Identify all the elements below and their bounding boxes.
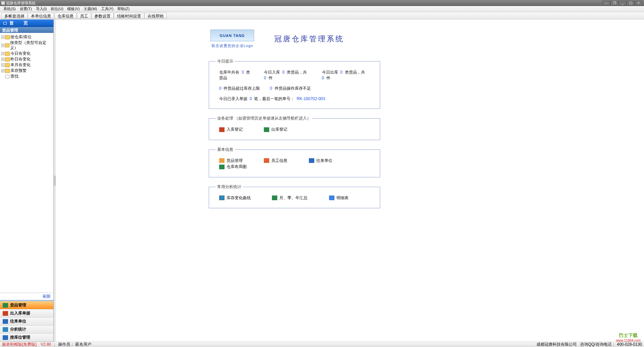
maximize-button[interactable]: ▢ bbox=[627, 1, 635, 5]
tree-label: 按仓库/库位 bbox=[10, 35, 32, 40]
btn-detail-table[interactable]: 明细表 bbox=[329, 195, 349, 201]
biz-label: 月、季、年汇总 bbox=[279, 195, 308, 201]
folder-icon bbox=[5, 63, 10, 67]
biz-label: 库存变化曲线 bbox=[227, 195, 251, 201]
splitter-handle-icon bbox=[54, 176, 55, 186]
refresh-link[interactable]: 刷新 bbox=[0, 293, 53, 301]
nav-group-stats[interactable]: 分析统计 bbox=[0, 326, 53, 334]
menu-tools[interactable]: 工具(Y) bbox=[99, 6, 116, 12]
nav-tree: +按仓库/库位 +按类型（类型可自定义） +今日有变化 +昨日有变化 +本月有变… bbox=[0, 33, 53, 293]
tip-text: 件货品超过库存上限 bbox=[224, 86, 260, 91]
folder-icon bbox=[5, 52, 10, 56]
expand-icon[interactable]: + bbox=[1, 52, 4, 55]
minimize-button-2[interactable]: _ bbox=[618, 1, 627, 5]
expand-icon[interactable]: + bbox=[1, 44, 4, 47]
legend-business: 业务处理 （如需管理历史单据请从左侧导航栏进入） bbox=[216, 116, 312, 121]
stats-icon bbox=[3, 327, 8, 332]
nav-group-goods[interactable]: 货品管理 bbox=[0, 301, 53, 309]
watermark-url: www.11684.com bbox=[616, 339, 641, 342]
legend-basic-info: 基本信息 bbox=[216, 147, 235, 153]
tree-item-search[interactable]: 查找 bbox=[1, 74, 53, 79]
menu-theme[interactable]: 主题(W) bbox=[82, 6, 99, 12]
home-tab-label: 首 页 bbox=[9, 20, 31, 26]
nav-group-partners[interactable]: 往来单位 bbox=[0, 317, 53, 326]
btn-stock-curve[interactable]: 库存变化曲线 bbox=[219, 195, 251, 201]
tip-last-order-number[interactable]: RK-160702-003 bbox=[297, 96, 325, 101]
staff-icon bbox=[264, 158, 269, 163]
expand-icon[interactable]: + bbox=[1, 36, 4, 39]
tip-value-shortage: 0 bbox=[270, 86, 272, 91]
btn-staff-info[interactable]: 员工信息 bbox=[264, 158, 287, 164]
btn-goods-manage[interactable]: 货品管理 bbox=[219, 158, 243, 164]
btn-period-summary[interactable]: 月、季、年汇总 bbox=[272, 195, 308, 201]
tip-value-total-types: 3 bbox=[242, 70, 244, 75]
fieldset-basic-info: 基本信息 货品管理 员工信息 往来单位 仓库布局图 bbox=[209, 147, 380, 177]
tab-home[interactable]: 首 页 bbox=[0, 19, 53, 27]
tip-text: 今日出库 bbox=[322, 70, 338, 75]
status-version: 服装鞋帽版[免费版] V2.80 bbox=[2, 342, 51, 347]
tree-item-stock-alert[interactable]: +库存预警 bbox=[1, 68, 53, 74]
legend-today-tips: 今日提示 bbox=[216, 58, 235, 64]
status-company: 成都冠唐科技有限公司 bbox=[536, 342, 577, 347]
tree-item-month-change[interactable]: +本月有变化 bbox=[1, 62, 53, 68]
logo-image: GUAN TANG bbox=[210, 30, 254, 41]
tip-value-orders-today: 0 bbox=[250, 96, 252, 101]
expand-icon[interactable]: + bbox=[1, 58, 4, 61]
btn-stock-out[interactable]: 出库登记 bbox=[264, 127, 287, 132]
nav-group-stock-orders[interactable]: 出入库单据 bbox=[0, 309, 53, 317]
sidebar: 首 页 货品管理 +按仓库/库位 +按类型（类型可自定义） +今日有变化 +昨日… bbox=[0, 19, 54, 342]
menu-settings[interactable]: 设置(T) bbox=[18, 6, 34, 12]
folder-icon bbox=[5, 69, 10, 73]
close-button[interactable]: × bbox=[635, 1, 643, 5]
tree-item-yesterday-change[interactable]: +昨日有变化 bbox=[1, 56, 53, 62]
tip-text: 今日已录入单据 bbox=[219, 96, 247, 101]
tip-text: 件 bbox=[269, 76, 273, 80]
app-icon bbox=[1, 1, 5, 5]
tree-item-by-warehouse[interactable]: +按仓库/库位 bbox=[1, 34, 53, 40]
tree-label: 库存预警 bbox=[10, 68, 27, 73]
toolbar-settle-time[interactable]: 结账时间设置 bbox=[114, 13, 144, 19]
restore-button[interactable]: ❐ bbox=[610, 1, 618, 5]
status-contact-label: 咨询QQ/咨询电话： bbox=[580, 342, 616, 347]
menu-goto[interactable]: 前往(U) bbox=[49, 6, 65, 12]
nav-group-by-location[interactable]: 按库位管理 bbox=[0, 334, 53, 342]
menu-help[interactable]: 帮助(Z) bbox=[115, 6, 131, 12]
search-icon bbox=[5, 75, 10, 79]
toolbar-staff[interactable]: 员工 bbox=[77, 13, 91, 19]
minimize-button[interactable]: – bbox=[602, 1, 610, 5]
tip-value-out-types: 0 bbox=[340, 70, 343, 75]
home-tab-icon bbox=[3, 22, 7, 25]
tree-label: 本月有变化 bbox=[10, 62, 31, 68]
tree-item-today-change[interactable]: +今日有变化 bbox=[1, 51, 53, 56]
tree-label: 按类型（类型可自定义） bbox=[10, 40, 52, 50]
biz-label: 员工信息 bbox=[271, 158, 287, 164]
btn-stock-in[interactable]: 入库登记 bbox=[219, 127, 243, 132]
expand-blank bbox=[1, 75, 4, 78]
tip-value-in-types: 0 bbox=[282, 70, 285, 75]
toolbar-params[interactable]: 参数设置 bbox=[91, 13, 114, 19]
biz-label: 仓库布局图 bbox=[227, 164, 247, 170]
content-area: GUAN TANG 双击设置您的企业Logo 冠唐仓库管理系统 今日提示 仓库中… bbox=[56, 19, 644, 342]
menubar: 系统(S) 设置(T) 导入(I) 前往(U) 模板(V) 主题(W) 工具(Y… bbox=[0, 6, 644, 12]
logo-caption: 双击设置您的企业Logo bbox=[210, 43, 254, 48]
toolbar-unit-info[interactable]: 本单位信息 bbox=[28, 13, 54, 19]
btn-partner-units[interactable]: 往来单位 bbox=[309, 158, 332, 164]
system-title: 冠唐仓库管理系统 bbox=[274, 34, 344, 44]
expand-icon[interactable]: + bbox=[1, 69, 4, 72]
menu-template[interactable]: 模板(V) bbox=[65, 6, 82, 12]
toolbar-account-select[interactable]: 多帐套选择 bbox=[1, 13, 28, 19]
tip-value-over-upper: 0 bbox=[219, 86, 222, 91]
folder-icon bbox=[5, 35, 10, 39]
menu-system[interactable]: 系统(S) bbox=[1, 6, 18, 12]
tree-item-by-type[interactable]: +按类型（类型可自定义） bbox=[1, 40, 53, 51]
folder-icon bbox=[5, 57, 10, 61]
toolbar-warehouse-info[interactable]: 仓库信息 bbox=[54, 13, 77, 19]
toolbar-online-help[interactable]: 在线帮助 bbox=[145, 13, 167, 19]
btn-warehouse-layout[interactable]: 仓库布局图 bbox=[219, 164, 247, 170]
expand-icon[interactable]: + bbox=[1, 63, 4, 67]
nav-group-label: 出入库单据 bbox=[10, 310, 30, 316]
tip-text: 类货品，共 bbox=[287, 70, 307, 75]
menu-import[interactable]: 导入(I) bbox=[34, 6, 49, 12]
tip-text: 件 bbox=[326, 76, 330, 80]
logo-box[interactable]: GUAN TANG 双击设置您的企业Logo bbox=[210, 30, 254, 48]
